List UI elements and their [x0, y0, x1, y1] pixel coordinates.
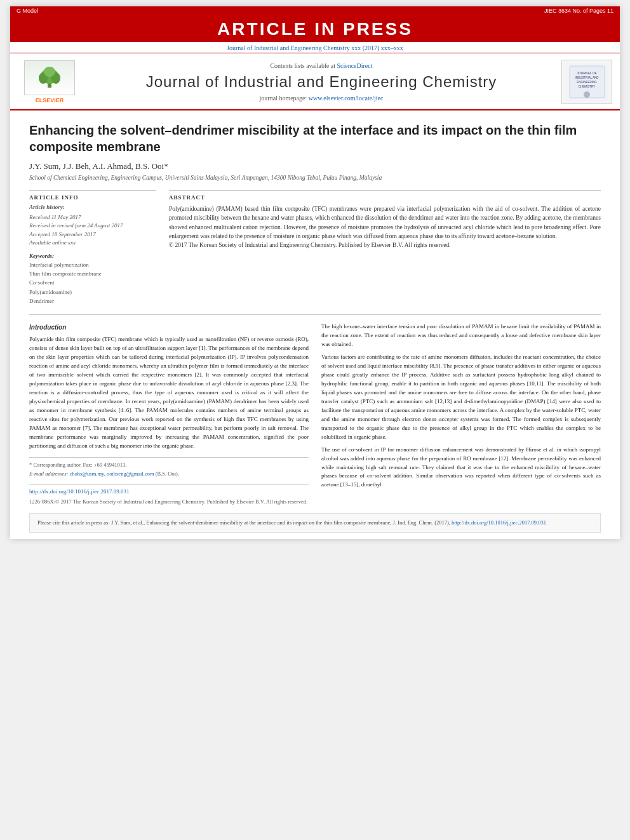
citation-box: Please cite this article in press as: J.… — [29, 513, 601, 533]
journal-center: Contents lists available at ScienceDirec… — [81, 62, 561, 102]
article-title: Enhancing the solvent–dendrimer miscibil… — [29, 122, 601, 155]
received-date: Received 11 May 2017 — [29, 213, 156, 222]
elsevier-tree-icon — [34, 67, 65, 89]
journal-logo-left: ELSEVIER — [18, 60, 81, 103]
keywords-title: Keywords: — [29, 253, 156, 259]
email-link-2[interactable]: ooibseng@gmail.com — [107, 470, 154, 477]
accepted-date: Accepted 18 September 2017 — [29, 230, 156, 239]
journal-ref-line: Journal of Industrial and Engineering Ch… — [10, 42, 620, 53]
keyword-2: Thin film composite membrane — [29, 269, 156, 278]
elsevier-text: ELSEVIER — [36, 97, 64, 103]
body-col-right: The high hexane–water interface tension … — [321, 323, 601, 508]
g-model-label: G Model — [17, 8, 38, 14]
article-info-title: ARTICLE INFO — [29, 194, 156, 201]
svg-text:CHEMISTRY: CHEMISTRY — [578, 85, 594, 88]
journal-ref-text: Journal of Industrial and Engineering Ch… — [227, 44, 403, 51]
email-link-1[interactable]: chohs@usm.my — [69, 470, 104, 477]
journal-code-label: JIEC 3634 No. of Pages 11 — [544, 8, 613, 14]
email-name: (B.S. Ooi). — [156, 470, 179, 477]
main-content: Enhancing the solvent–dendrimer miscibil… — [10, 110, 620, 539]
revised-date: Received in revised form 24 August 2017 — [29, 222, 156, 230]
intro-text-col2-para1: The high hexane–water interface tension … — [321, 323, 601, 349]
svg-text:INDUSTRIAL AND: INDUSTRIAL AND — [575, 76, 599, 79]
keyword-1: Interfacial polymerization — [29, 260, 156, 269]
article-in-press-text: ARTICLE IN PRESS — [217, 19, 413, 39]
footnote-area: * Corresponding author. Fax: +60 4594101… — [29, 457, 309, 479]
journal-homepage: journal homepage: www.elsevier.com/locat… — [81, 95, 561, 102]
email-label: E-mail addresses: — [29, 470, 69, 477]
contents-label: Contents lists available at — [270, 62, 335, 69]
journal-logo-right: JOURNAL OF INDUSTRIAL AND ENGINEERING CH… — [561, 60, 612, 104]
homepage-label: journal homepage: — [260, 95, 307, 102]
sciencedirect-link[interactable]: ScienceDirect — [337, 62, 372, 69]
authors: J.Y. Sum, J.J. Beh, A.I. Ahmad, B.S. Ooi… — [29, 161, 601, 171]
section-divider — [29, 314, 601, 315]
article-info-box: ARTICLE INFO Article history: Received 1… — [29, 190, 156, 305]
footnote-email: E-mail addresses: chohs@usm.my, ooibseng… — [29, 470, 309, 478]
contents-available-text: Contents lists available at ScienceDirec… — [81, 62, 561, 69]
elsevier-logo-box — [24, 60, 75, 95]
footnote-corresponding: * Corresponding author. Fax: +60 4594101… — [29, 461, 309, 469]
intro-text-col1: Polyamide thin film composite (TFC) memb… — [29, 335, 309, 450]
intro-heading: Introduction — [29, 323, 309, 332]
intro-text-col2-para3: The use of co-solvent in IP for monomer … — [321, 446, 601, 490]
doi-link[interactable]: http://dx.doi.org/10.1016/j.jiec.2017.09… — [29, 488, 309, 497]
keyword-3: Co-solvent — [29, 278, 156, 287]
body-col-left: Introduction Polyamide thin film composi… — [29, 323, 309, 508]
svg-text:JOURNAL OF: JOURNAL OF — [577, 71, 596, 75]
journal-header: ELSEVIER Contents lists available at Sci… — [10, 53, 620, 110]
authors-text: J.Y. Sum, J.J. Beh, A.I. Ahmad, B.S. Ooi… — [29, 161, 168, 171]
abstract-box: ABSTRACT Poly(amidoamine) (PAMAM) based … — [169, 190, 601, 250]
doi-bar: http://dx.doi.org/10.1016/j.jiec.2017.09… — [29, 484, 309, 508]
intro-text-col2-para2: Various factors are contributing to the … — [321, 353, 601, 441]
info-abstract-section: ARTICLE INFO Article history: Received 1… — [29, 190, 601, 305]
history-title: Article history: — [29, 203, 156, 212]
abstract-col: ABSTRACT Poly(amidoamine) (PAMAM) based … — [169, 190, 601, 305]
available-date: Available online xxx — [29, 239, 156, 248]
abstract-title: ABSTRACT — [169, 194, 601, 201]
homepage-link[interactable]: www.elsevier.com/locate/jiec — [309, 95, 384, 102]
journal-title: Journal of Industrial and Engineering Ch… — [81, 73, 561, 91]
body-section: Introduction Polyamide thin film composi… — [29, 323, 601, 508]
citation-doi-link[interactable]: http://dx.doi.org/10.1016/j.jiec.2017.09… — [452, 519, 546, 526]
abstract-text: Poly(amidoamine) (PAMAM) based thin film… — [169, 204, 601, 241]
keyword-5: Dendrimer — [29, 297, 156, 305]
keyword-4: Poly(amidoamine) — [29, 288, 156, 297]
svg-text:ENGINEERING: ENGINEERING — [577, 81, 597, 84]
journal-logo-icon: JOURNAL OF INDUSTRIAL AND ENGINEERING CH… — [566, 63, 608, 101]
article-in-press-banner: ARTICLE IN PRESS — [10, 15, 620, 42]
citation-text: Please cite this article in press as: J.… — [37, 519, 450, 526]
svg-point-11 — [584, 91, 590, 98]
affiliation: School of Chemical Engineering, Engineer… — [29, 175, 601, 181]
copyright-text: © 2017 The Korean Society of Industrial … — [169, 241, 601, 250]
page: G Model JIEC 3634 No. of Pages 11 ARTICL… — [10, 6, 620, 539]
svg-point-4 — [44, 67, 55, 77]
article-info-col: ARTICLE INFO Article history: Received 1… — [29, 190, 156, 305]
issn-line: 1226-086X/© 2017 The Korean Society of I… — [29, 498, 309, 506]
